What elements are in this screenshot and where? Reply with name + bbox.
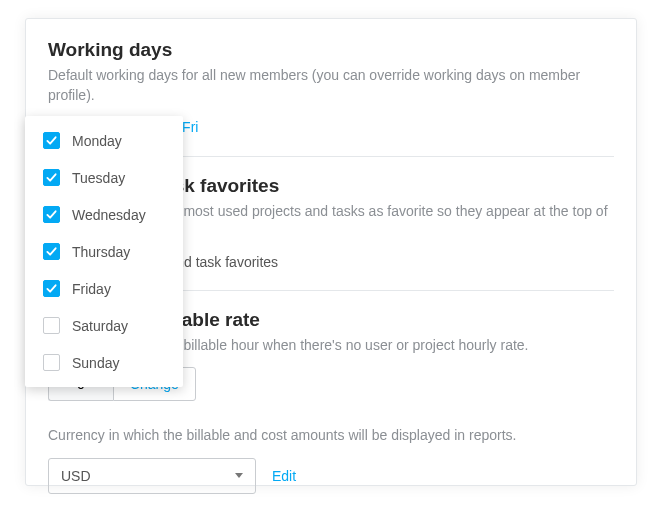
day-label: Wednesday xyxy=(72,207,146,223)
working-days-title: Working days xyxy=(48,39,614,61)
currency-edit-link[interactable]: Edit xyxy=(272,468,296,484)
chevron-down-icon xyxy=(235,473,243,478)
day-checkbox[interactable] xyxy=(43,132,60,149)
check-icon xyxy=(46,135,57,146)
day-label: Monday xyxy=(72,133,122,149)
check-icon xyxy=(46,283,57,294)
day-option-sunday[interactable]: Sunday xyxy=(25,344,183,381)
day-label: Tuesday xyxy=(72,170,125,186)
day-checkbox[interactable] xyxy=(43,280,60,297)
day-option-monday[interactable]: Monday xyxy=(25,122,183,159)
currency-select[interactable]: USD xyxy=(48,458,256,494)
day-option-saturday[interactable]: Saturday xyxy=(25,307,183,344)
check-icon xyxy=(46,209,57,220)
day-label: Sunday xyxy=(72,355,119,371)
day-label: Saturday xyxy=(72,318,128,334)
day-checkbox[interactable] xyxy=(43,354,60,371)
day-label: Thursday xyxy=(72,244,130,260)
working-days-desc: Default working days for all new members… xyxy=(48,65,614,106)
day-option-wednesday[interactable]: Wednesday xyxy=(25,196,183,233)
day-checkbox[interactable] xyxy=(43,243,60,260)
day-option-tuesday[interactable]: Tuesday xyxy=(25,159,183,196)
currency-row: USD Edit xyxy=(48,458,614,494)
check-icon xyxy=(46,246,57,257)
day-checkbox[interactable] xyxy=(43,169,60,186)
currency-desc: Currency in which the billable and cost … xyxy=(48,425,614,445)
check-icon xyxy=(46,172,57,183)
working-days-dropdown[interactable]: MondayTuesdayWednesdayThursdayFridaySatu… xyxy=(25,116,183,387)
day-checkbox[interactable] xyxy=(43,206,60,223)
day-option-friday[interactable]: Friday xyxy=(25,270,183,307)
currency-selected: USD xyxy=(61,468,91,484)
day-label: Friday xyxy=(72,281,111,297)
day-option-thursday[interactable]: Thursday xyxy=(25,233,183,270)
day-checkbox[interactable] xyxy=(43,317,60,334)
section-currency: Currency in which the billable and cost … xyxy=(48,425,614,493)
